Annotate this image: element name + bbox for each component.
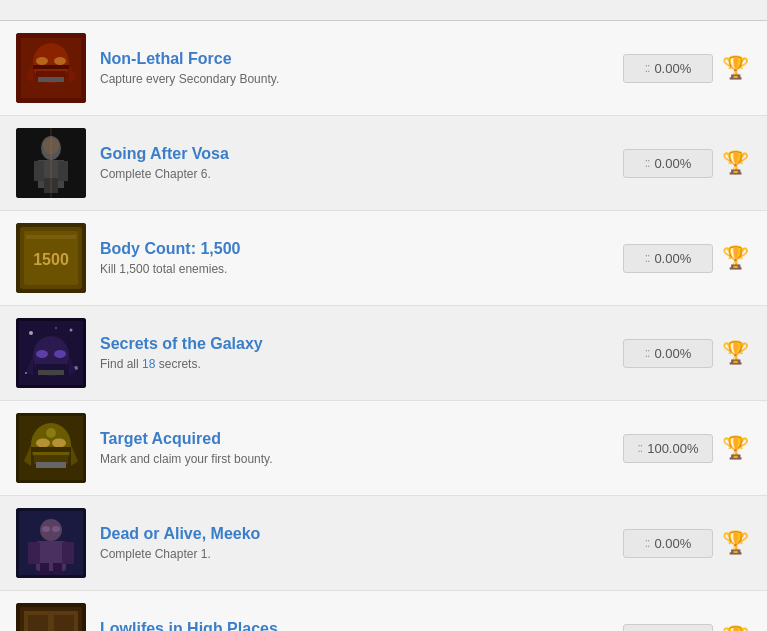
trophy-desc: Complete Chapter 6. (100, 167, 609, 181)
trophy-info: Secrets of the Galaxy Find all 18 secret… (100, 335, 609, 371)
svg-rect-54 (62, 542, 74, 564)
trophy-desc: Mark and claim your first bounty. (100, 452, 609, 466)
trophy-percent-box: :: 100.00% (623, 434, 713, 463)
trophy-item: Lowlifes in High Places Complete Chapter… (0, 591, 767, 631)
svg-rect-9 (33, 65, 69, 69)
svg-point-46 (52, 439, 66, 448)
svg-rect-14 (58, 161, 68, 181)
svg-point-45 (36, 439, 50, 448)
svg-rect-67 (74, 611, 78, 631)
trophy-icon (16, 413, 86, 483)
page-header (0, 0, 767, 21)
svg-point-7 (36, 57, 48, 65)
trophy-name: Target Acquired (100, 430, 609, 448)
trophy-item: Non-Lethal Force Capture every Secondary… (0, 21, 767, 116)
svg-rect-6 (38, 77, 64, 82)
trophy-desc: Complete Chapter 1. (100, 547, 609, 561)
trophy-name: Going After Vosa (100, 145, 609, 163)
trophy-item: 1500 Body Count: 1,500 Kill 1,500 total … (0, 211, 767, 306)
svg-rect-23 (26, 235, 76, 239)
svg-rect-56 (53, 563, 62, 575)
svg-point-27 (70, 329, 73, 332)
trophy-cup: 🏆 (719, 530, 751, 556)
trophy-info: Body Count: 1,500 Kill 1,500 total enemi… (100, 240, 609, 276)
trophy-right: :: 0.00% 🏆 (623, 244, 751, 273)
trophy-name: Secrets of the Galaxy (100, 335, 609, 353)
svg-rect-13 (34, 161, 44, 181)
trophy-right: :: 0.00% 🏆 (623, 54, 751, 83)
svg-point-58 (52, 526, 60, 532)
trophy-icon (16, 508, 86, 578)
trophy-icon (16, 128, 86, 198)
svg-point-48 (46, 428, 56, 438)
svg-point-57 (42, 526, 50, 532)
trophy-percent: 0.00% (654, 251, 691, 266)
svg-point-29 (25, 372, 27, 374)
trophy-percent-box: :: 0.00% (623, 149, 713, 178)
trophy-cup: 🏆 (719, 625, 751, 631)
svg-text:1500: 1500 (33, 251, 69, 268)
trophy-desc: Capture every Secondary Bounty. (100, 72, 609, 86)
trophy-info: Target Acquired Mark and claim your firs… (100, 430, 609, 466)
trophy-right: :: 0.00% 🏆 (623, 529, 751, 558)
trophy-item: Target Acquired Mark and claim your firs… (0, 401, 767, 496)
trophy-item: Secrets of the Galaxy Find all 18 secret… (0, 306, 767, 401)
svg-rect-68 (48, 611, 54, 631)
trophy-info: Going After Vosa Complete Chapter 6. (100, 145, 609, 181)
svg-point-37 (54, 350, 66, 358)
trophy-right: :: 100.00% 🏆 (623, 434, 751, 463)
trophy-desc: Find all 18 secrets. (100, 357, 609, 371)
trophy-name: Body Count: 1,500 (100, 240, 609, 258)
trophy-info: Non-Lethal Force Capture every Secondary… (100, 50, 609, 86)
svg-point-30 (55, 327, 57, 329)
trophy-cup: 🏆 (719, 245, 751, 271)
trophy-percent: 0.00% (654, 346, 691, 361)
trophy-name: Non-Lethal Force (100, 50, 609, 68)
svg-point-26 (29, 331, 33, 335)
trophy-cup: 🏆 (719, 150, 751, 176)
trophy-percent-box: :: 0.00% (623, 339, 713, 368)
trophy-info: Lowlifes in High Places Complete Chapter… (100, 620, 609, 631)
trophy-name: Lowlifes in High Places (100, 620, 609, 631)
trophy-icon (16, 33, 86, 103)
svg-rect-53 (28, 542, 40, 564)
trophy-right: :: 0.00% 🏆 (623, 339, 751, 368)
svg-point-8 (54, 57, 66, 65)
trophy-item: Dead or Alive, Meeko Complete Chapter 1.… (0, 496, 767, 591)
trophy-icon: 1500 (16, 223, 86, 293)
trophy-percent: 0.00% (654, 156, 691, 171)
svg-rect-35 (38, 370, 64, 375)
trophy-percent-box: :: 0.00% (623, 529, 713, 558)
trophy-cup: 🏆 (719, 340, 751, 366)
dots-icon: :: (645, 346, 650, 360)
trophy-icon (16, 318, 86, 388)
trophy-percent: 0.00% (654, 536, 691, 551)
trophy-cup: 🏆 (719, 55, 751, 81)
dots-icon: :: (638, 441, 643, 455)
trophy-percent: 100.00% (647, 441, 698, 456)
dots-icon: :: (645, 251, 650, 265)
trophy-list: Non-Lethal Force Capture every Secondary… (0, 21, 767, 631)
trophy-icon (16, 603, 86, 631)
dots-icon: :: (645, 156, 650, 170)
svg-rect-55 (40, 563, 49, 575)
trophy-percent-box: :: 0.00% (623, 54, 713, 83)
svg-rect-47 (31, 447, 71, 452)
trophy-percent: 0.00% (654, 61, 691, 76)
trophy-percent-box: :: 0.00% (623, 624, 713, 632)
svg-point-36 (36, 350, 48, 358)
trophy-name: Dead or Alive, Meeko (100, 525, 609, 543)
dots-icon: :: (645, 536, 650, 550)
dots-icon: :: (645, 61, 650, 75)
trophy-percent-box: :: 0.00% (623, 244, 713, 273)
trophy-right: :: 0.00% 🏆 (623, 149, 751, 178)
svg-rect-66 (24, 611, 28, 631)
trophy-info: Dead or Alive, Meeko Complete Chapter 1. (100, 525, 609, 561)
trophy-right: :: 0.00% 🏆 (623, 624, 751, 632)
trophy-desc: Kill 1,500 total enemies. (100, 262, 609, 276)
svg-rect-44 (36, 462, 66, 468)
trophy-item: Going After Vosa Complete Chapter 6. :: … (0, 116, 767, 211)
trophy-cup: 🏆 (719, 435, 751, 461)
